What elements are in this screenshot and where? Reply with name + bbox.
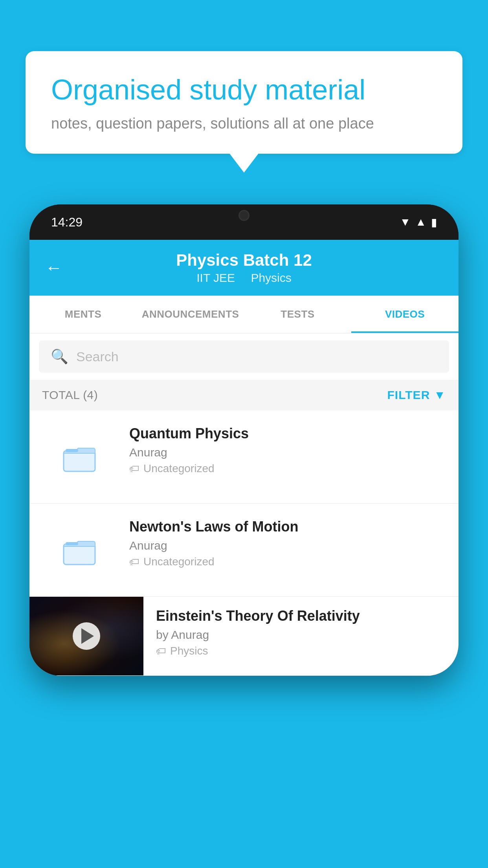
video-title: Quantum Physics bbox=[129, 425, 446, 442]
svg-rect-0 bbox=[64, 451, 95, 471]
video-author: Anurag bbox=[129, 539, 446, 552]
svg-rect-3 bbox=[66, 542, 78, 545]
svg-rect-2 bbox=[64, 544, 95, 565]
back-button[interactable]: ← bbox=[45, 258, 62, 278]
header-title-group: Physics Batch 12 IIT JEE Physics bbox=[176, 251, 312, 285]
phone-wrapper: 14:29 ▼ ▲ ▮ ← Physics Batch 12 IIT JEE P… bbox=[29, 204, 459, 868]
einstein-thumbnail bbox=[29, 597, 143, 675]
tab-ments[interactable]: MENTS bbox=[29, 296, 137, 333]
tab-tests[interactable]: TESTS bbox=[244, 296, 351, 333]
search-container: 🔍 Search bbox=[29, 333, 459, 380]
filter-funnel-icon: ▼ bbox=[434, 388, 446, 402]
signal-icon: ▲ bbox=[415, 216, 426, 228]
tabs-bar: MENTS ANNOUNCEMENTS TESTS VIDEOS bbox=[29, 296, 459, 333]
folder-icon bbox=[62, 441, 97, 473]
search-icon: 🔍 bbox=[51, 348, 68, 365]
front-camera bbox=[238, 210, 250, 221]
phone-device: 14:29 ▼ ▲ ▮ ← Physics Batch 12 IIT JEE P… bbox=[29, 204, 459, 676]
wifi-icon: ▼ bbox=[400, 216, 411, 228]
batch-tags: IIT JEE Physics bbox=[176, 271, 312, 285]
batch-title: Physics Batch 12 bbox=[176, 251, 312, 270]
tab-announcements[interactable]: ANNOUNCEMENTS bbox=[137, 296, 244, 333]
video-title: Newton's Laws of Motion bbox=[129, 519, 446, 535]
video-info: Quantum Physics Anurag 🏷 Uncategorized bbox=[129, 425, 446, 475]
bubble-subtitle: notes, question papers, solutions all at… bbox=[51, 115, 437, 132]
video-tag: 🏷 Physics bbox=[156, 645, 446, 657]
list-item[interactable]: Newton's Laws of Motion Anurag 🏷 Uncateg… bbox=[29, 504, 459, 597]
video-tag: 🏷 Uncategorized bbox=[129, 462, 446, 475]
speech-bubble-container: Organised study material notes, question… bbox=[26, 51, 462, 154]
folder-icon bbox=[62, 534, 97, 566]
search-bar[interactable]: 🔍 Search bbox=[39, 340, 449, 373]
search-placeholder: Search bbox=[76, 349, 119, 364]
tag-physics: Physics bbox=[251, 271, 291, 284]
video-title: Einstein's Theory Of Relativity bbox=[156, 608, 446, 624]
video-info: Newton's Laws of Motion Anurag 🏷 Uncateg… bbox=[129, 519, 446, 568]
battery-icon: ▮ bbox=[431, 216, 437, 229]
svg-rect-1 bbox=[66, 449, 78, 452]
app-header: ← Physics Batch 12 IIT JEE Physics bbox=[29, 240, 459, 296]
tag-label: Uncategorized bbox=[143, 555, 215, 568]
video-info: Einstein's Theory Of Relativity by Anura… bbox=[143, 597, 459, 668]
video-author: by Anurag bbox=[156, 628, 446, 642]
video-list: Quantum Physics Anurag 🏷 Uncategorized bbox=[29, 410, 459, 676]
bubble-title: Organised study material bbox=[51, 73, 437, 107]
video-tag: 🏷 Uncategorized bbox=[129, 555, 446, 568]
phone-notch bbox=[213, 204, 275, 226]
status-icons: ▼ ▲ ▮ bbox=[400, 216, 437, 229]
filter-label: FILTER bbox=[387, 388, 430, 402]
tab-videos[interactable]: VIDEOS bbox=[351, 296, 459, 333]
tag-label: Physics bbox=[170, 645, 208, 657]
list-item[interactable]: Quantum Physics Anurag 🏷 Uncategorized bbox=[29, 410, 459, 504]
play-triangle bbox=[81, 628, 94, 644]
filter-bar: TOTAL (4) FILTER ▼ bbox=[29, 380, 459, 410]
status-bar: 14:29 ▼ ▲ ▮ bbox=[29, 204, 459, 240]
list-item[interactable]: Einstein's Theory Of Relativity by Anura… bbox=[29, 597, 459, 676]
speech-bubble: Organised study material notes, question… bbox=[26, 51, 462, 154]
tag-label: Uncategorized bbox=[143, 462, 215, 475]
folder-icon-container bbox=[42, 425, 117, 488]
folder-icon-container bbox=[42, 519, 117, 581]
tag-iitjee: IIT JEE bbox=[196, 271, 235, 284]
tag-icon: 🏷 bbox=[156, 645, 166, 657]
video-author: Anurag bbox=[129, 446, 446, 459]
status-time: 14:29 bbox=[51, 215, 83, 230]
tag-icon: 🏷 bbox=[129, 463, 139, 475]
play-button-icon[interactable] bbox=[73, 622, 100, 650]
total-label: TOTAL (4) bbox=[42, 388, 98, 402]
tag-icon: 🏷 bbox=[129, 556, 139, 568]
filter-button[interactable]: FILTER ▼ bbox=[387, 388, 446, 402]
